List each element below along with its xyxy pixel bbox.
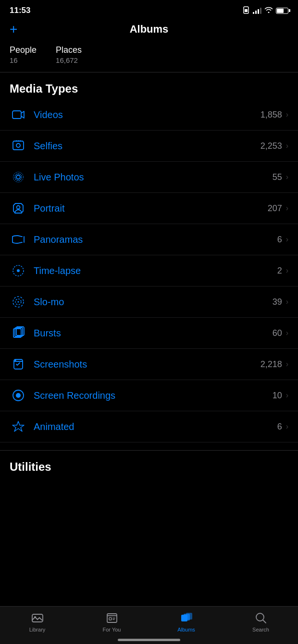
selfie-icon — [10, 137, 27, 155]
for-you-tab-icon — [105, 611, 119, 625]
video-icon — [10, 106, 27, 123]
add-button[interactable]: + — [10, 23, 17, 36]
status-icons — [242, 6, 288, 15]
sim-icon — [242, 6, 250, 15]
time-lapse-count: 2 — [277, 266, 282, 276]
portrait-icon — [10, 200, 27, 217]
list-item-slo-mo[interactable]: Slo-mo 39 › — [0, 286, 298, 318]
people-value: 16 — [10, 56, 37, 64]
places-value: 16,672 — [56, 56, 82, 64]
list-item-videos[interactable]: Videos 1,858 › — [0, 99, 298, 131]
library-tab-label: Library — [29, 627, 46, 632]
home-indicator — [118, 639, 180, 641]
search-tab-icon — [254, 611, 268, 625]
portrait-count: 207 — [268, 203, 282, 214]
tab-albums[interactable]: Albums — [149, 611, 224, 632]
svg-point-24 — [34, 616, 36, 618]
portrait-label: Portrait — [34, 203, 268, 214]
for-you-tab-label: For You — [103, 627, 121, 632]
svg-point-12 — [17, 269, 20, 272]
live-photos-icon — [10, 168, 27, 186]
list-item-screen-recordings[interactable]: Screen Recordings 10 › — [0, 380, 298, 411]
svg-point-8 — [17, 206, 20, 209]
svg-rect-3 — [13, 141, 24, 150]
panoramas-count: 6 — [277, 235, 282, 245]
list-item-panoramas[interactable]: Panoramas 6 › — [0, 224, 298, 255]
slo-mo-chevron: › — [286, 298, 288, 306]
videos-label: Videos — [34, 109, 261, 120]
svg-point-22 — [16, 393, 21, 398]
signal-bars-icon — [253, 7, 261, 14]
quick-stats: People 16 Places 16,672 — [0, 41, 298, 72]
screen-recording-icon — [10, 387, 27, 404]
time-lapse-chevron: › — [286, 266, 288, 275]
live-photos-count: 55 — [273, 172, 282, 182]
svg-rect-1 — [245, 9, 248, 12]
bursts-label: Bursts — [34, 328, 273, 339]
bursts-chevron: › — [286, 329, 288, 337]
tab-search[interactable]: Search — [224, 611, 298, 632]
panorama-icon — [10, 231, 27, 248]
list-item-bursts[interactable]: Bursts 60 › — [0, 318, 298, 349]
people-label: People — [10, 45, 37, 55]
albums-tab-icon — [180, 611, 193, 625]
svg-point-4 — [16, 143, 20, 147]
panoramas-chevron: › — [286, 235, 288, 244]
list-item-selfies[interactable]: Selfies 2,253 › — [0, 131, 298, 162]
svg-point-5 — [16, 175, 20, 179]
selfies-count: 2,253 — [261, 141, 282, 151]
bursts-count: 60 — [273, 328, 282, 338]
live-photos-chevron: › — [286, 173, 288, 181]
panoramas-label: Panoramas — [34, 234, 277, 245]
screen-recordings-label: Screen Recordings — [34, 390, 273, 401]
timelapse-icon — [10, 262, 27, 279]
svg-rect-2 — [12, 111, 21, 119]
svg-point-20 — [15, 360, 16, 361]
albums-tab-label: Albums — [177, 627, 195, 632]
search-tab-label: Search — [252, 627, 269, 632]
animated-count: 6 — [277, 422, 282, 432]
list-item-screenshots[interactable]: Screenshots 2,218 › — [0, 349, 298, 380]
svg-rect-29 — [186, 613, 192, 620]
status-bar: 11:53 — [0, 0, 298, 19]
library-tab-icon — [31, 611, 44, 625]
page-title: Albums — [130, 23, 169, 36]
live-photos-label: Live Photos — [34, 172, 273, 183]
screen-recordings-count: 10 — [273, 391, 282, 401]
tab-library[interactable]: Library — [0, 611, 74, 632]
animated-chevron: › — [286, 422, 288, 431]
main-content: People 16 Places 16,672 Media Types Vide… — [0, 41, 298, 535]
slo-mo-label: Slo-mo — [34, 297, 273, 308]
header: + Albums — [0, 19, 298, 41]
list-item-animated[interactable]: Animated 6 › — [0, 411, 298, 442]
screenshots-label: Screenshots — [34, 359, 261, 370]
svg-rect-26 — [109, 618, 112, 620]
utilities-title: Utilities — [0, 451, 298, 477]
animated-label: Animated — [34, 421, 277, 432]
videos-chevron: › — [286, 110, 288, 119]
bursts-icon — [10, 324, 27, 342]
list-item-live-photos[interactable]: Live Photos 55 › — [0, 162, 298, 193]
list-item-portrait[interactable]: Portrait 207 › — [0, 193, 298, 224]
portrait-chevron: › — [286, 204, 288, 213]
people-stat[interactable]: People 16 — [10, 45, 37, 64]
animated-icon — [10, 418, 27, 435]
videos-count: 1,858 — [261, 110, 282, 120]
svg-point-15 — [18, 301, 19, 303]
wifi-icon — [264, 6, 273, 15]
selfies-label: Selfies — [34, 141, 261, 152]
slomo-icon — [10, 293, 27, 310]
places-stat[interactable]: Places 16,672 — [56, 45, 82, 64]
screen-recordings-chevron: › — [286, 391, 288, 400]
media-types-title: Media Types — [0, 72, 298, 99]
slo-mo-count: 39 — [273, 297, 282, 307]
status-time: 11:53 — [10, 6, 30, 15]
list-item-time-lapse[interactable]: Time-lapse 2 › — [0, 255, 298, 286]
places-label: Places — [56, 45, 82, 55]
screenshot-icon — [10, 356, 27, 373]
battery-icon — [276, 8, 288, 14]
screenshots-chevron: › — [286, 360, 288, 369]
selfies-chevron: › — [286, 142, 288, 150]
tab-for-you[interactable]: For You — [74, 611, 149, 632]
screenshots-count: 2,218 — [261, 359, 282, 370]
